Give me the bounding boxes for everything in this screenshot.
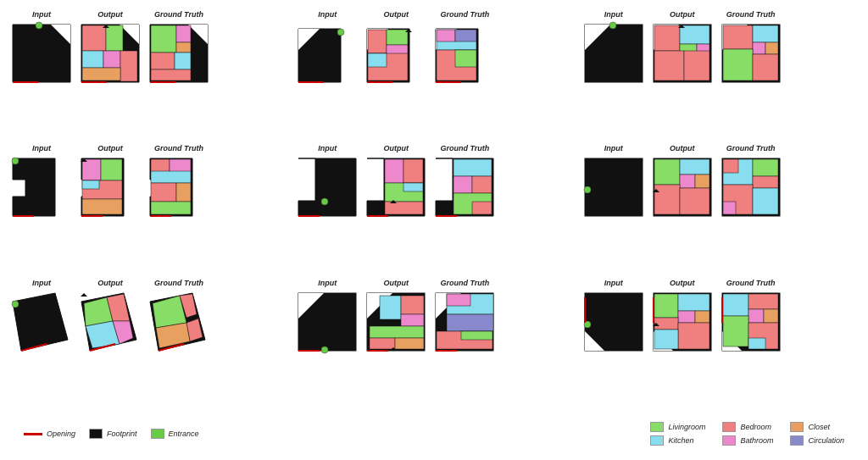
label-input-2-3: Input [604,144,623,152]
svg-rect-194 [678,323,709,349]
label-gt-3-2: Ground Truth [440,279,489,287]
group-3-3: Input Output [579,277,861,407]
svg-rect-164 [380,296,401,319]
svg-rect-34 [368,30,387,53]
fp-gt-3-1 [146,289,212,355]
group-3-1: Input Output [7,277,289,407]
closet-swatch-icon [790,422,804,432]
svg-rect-12 [120,51,137,81]
svg-rect-22 [151,53,175,69]
group-1-2: Input Output [292,8,575,139]
fp-gt-3-2 [431,289,498,355]
svg-rect-131 [723,159,738,173]
fp-input-1-3 [581,20,647,86]
cell-input-3-3: Input [581,279,647,355]
svg-rect-176 [447,294,470,306]
cell-gt-1-2: Ground Truth [431,10,498,86]
svg-rect-165 [401,296,424,314]
label-output-3-1: Output [97,279,123,287]
group-1-3: Input Output [579,8,861,139]
label-input-3-3: Input [604,279,623,287]
legend-footprint: Footprint [89,429,137,439]
svg-rect-13 [82,68,120,80]
label-input-3-1: Input [32,279,51,287]
label-gt-1-1: Ground Truth [154,10,203,19]
cell-input-1-3: Input [581,10,647,86]
svg-rect-90 [170,159,191,171]
cell-input-1-1: Input [8,10,75,86]
cell-output-2-2: Output [363,144,429,220]
svg-rect-191 [678,311,695,323]
svg-rect-89 [151,159,170,171]
svg-rect-71 [723,49,753,80]
group-1-1: Input Output [7,8,289,139]
label-gt-2-2: Ground Truth [440,144,489,152]
svg-rect-93 [151,202,191,214]
svg-rect-204 [764,309,778,323]
label-output-3-3: Output [670,279,695,287]
cell-output-1-2: Output [363,10,429,86]
label-gt-2-3: Ground Truth [726,144,776,152]
svg-rect-179 [461,331,492,340]
livingroom-swatch-icon [650,422,664,432]
label-output-2-1: Output [97,144,123,152]
cell-output-1-3: Output [649,10,715,86]
svg-rect-124 [695,175,709,188]
fp-gt-2-1 [146,154,212,220]
label-gt-1-3: Ground Truth [726,10,776,19]
cell-gt-3-2: Ground Truth [431,279,498,355]
kitchen-swatch-icon [650,435,664,446]
svg-rect-104 [385,202,423,214]
svg-rect-207 [748,338,765,349]
legend-entrance: Entrance [151,429,199,439]
main-container: Input Output [0,0,868,460]
svg-rect-45 [437,30,455,42]
entrance-swatch-icon [151,429,164,439]
legend-right: Livingroom Bedroom Closet Kitchen Bathro… [650,422,844,446]
svg-rect-126 [680,188,709,214]
cell-gt-1-3: Ground Truth [718,10,784,86]
svg-rect-35 [387,30,408,45]
label-input-2-2: Input [318,144,337,152]
svg-rect-201 [723,294,748,316]
entrance-label: Entrance [169,430,199,438]
svg-rect-62 [684,51,709,80]
bathroom-swatch-icon [722,435,736,446]
fp-output-1-1 [77,20,143,86]
svg-rect-67 [723,25,753,49]
svg-rect-70 [765,42,778,54]
label-output-1-1: Output [97,10,123,19]
cell-gt-1-1: Ground Truth [146,10,212,86]
fp-output-3-2 [363,289,429,355]
svg-rect-189 [654,294,678,318]
svg-rect-20 [176,25,191,42]
svg-rect-132 [753,159,778,176]
fp-gt-1-2 [431,20,498,86]
svg-rect-57 [654,25,680,51]
svg-rect-177 [447,314,493,331]
label-input-1-3: Input [604,10,623,19]
label-input-1-1: Input [32,10,51,19]
label-gt-1-2: Ground Truth [440,10,489,19]
cell-output-3-2: Output [363,279,429,355]
label-input-2-1: Input [32,144,51,152]
kitchen-label: Kitchen [668,436,693,445]
label-input-3-2: Input [318,279,337,287]
svg-rect-202 [748,294,778,309]
svg-rect-24 [151,69,191,80]
cell-gt-2-3: Ground Truth [718,144,784,220]
livingroom-label: Livingroom [668,423,705,431]
svg-rect-91 [151,183,176,202]
fp-gt-2-2 [431,154,498,220]
legend-kitchen: Kitchen [650,435,705,446]
fp-output-1-2 [363,20,429,86]
bedroom-swatch-icon [722,422,736,432]
svg-rect-58 [680,25,709,44]
svg-rect-19 [151,25,176,53]
svg-point-53 [609,22,616,29]
opening-line-icon [24,433,42,435]
fp-input-2-1 [8,154,75,220]
svg-rect-46 [455,30,476,42]
label-output-3-2: Output [384,279,409,287]
svg-rect-192 [695,311,709,323]
